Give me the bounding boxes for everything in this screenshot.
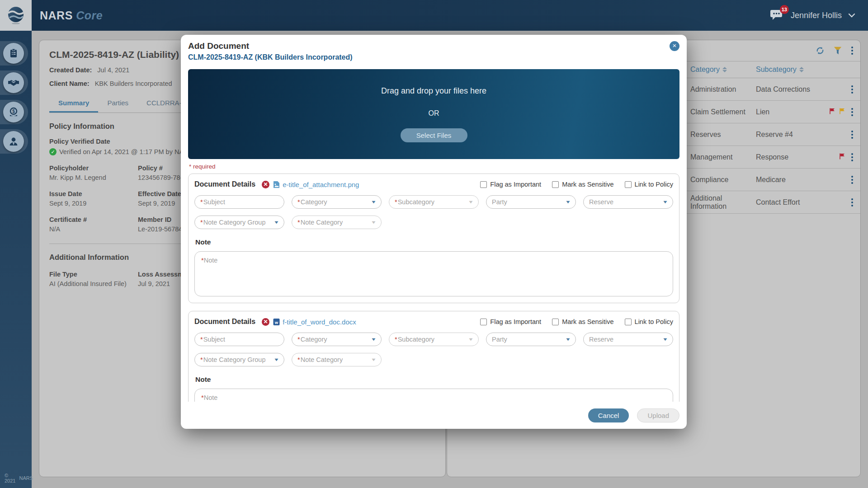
note-textarea[interactable]: *Note — [194, 251, 673, 296]
tab-summary[interactable]: Summary — [49, 95, 98, 113]
note-category-group-select[interactable]: *Note Category Group▼ — [194, 216, 284, 229]
tab-parties[interactable]: Parties — [98, 95, 137, 113]
table-row[interactable]: Reserves Reserve #4 — [685, 123, 860, 146]
row-category: Claim Settlement — [685, 108, 756, 116]
sidebar-item-contacts[interactable] — [0, 129, 28, 154]
table-row[interactable]: Compliance Medicare — [685, 169, 860, 191]
client-name-label: Client Name: — [49, 80, 90, 87]
sort-icon — [799, 67, 804, 72]
link-to-policy-checkbox[interactable]: Link to Policy — [625, 181, 673, 188]
row-kebab-menu-icon[interactable] — [850, 175, 854, 185]
party-select[interactable]: Party▼ — [486, 195, 576, 209]
subject-input[interactable]: *Subject — [194, 195, 284, 209]
required-note: * required — [189, 163, 679, 170]
close-icon[interactable]: × — [670, 41, 679, 51]
sidebar-item-parties[interactable] — [0, 70, 28, 95]
subcategory-select: *Subcategory▼ — [389, 333, 479, 346]
user-menu-chevron-icon[interactable] — [848, 13, 855, 18]
column-header-subcategory[interactable]: Subcategory — [756, 66, 804, 74]
mark-as-sensitive-checkbox[interactable]: Mark as Sensitive — [552, 181, 613, 188]
cancel-button[interactable]: Cancel — [588, 408, 629, 422]
checkbox-icon — [480, 181, 487, 188]
row-subcategory: Medicare — [756, 176, 846, 184]
document-details-heading: Document Details — [194, 318, 255, 326]
row-flags — [826, 108, 846, 117]
table-row[interactable]: Management Response — [685, 146, 860, 169]
mark-as-sensitive-checkbox[interactable]: Mark as Sensitive — [552, 318, 613, 325]
file-dropzone[interactable]: Drag and drop your files here OR Select … — [188, 69, 679, 159]
checkbox-icon — [552, 181, 559, 188]
panel-kebab-menu-icon[interactable] — [850, 46, 854, 56]
column-header-category[interactable]: Category — [685, 66, 756, 74]
remove-file-icon[interactable]: ✕ — [262, 318, 269, 326]
document-cards: Document Details ✕ e-title_of_attachment… — [188, 174, 679, 402]
chevron-down-icon: ▼ — [274, 220, 279, 225]
file-name-link[interactable]: e-title_of_attachment.png — [283, 181, 359, 188]
row-kebab-menu-icon[interactable] — [850, 197, 854, 207]
sidebar-item-financials[interactable]: $ — [0, 100, 28, 124]
chevron-down-icon: ▼ — [371, 337, 377, 342]
document-details-card: Document Details ✕ w f-title_of_word_doc… — [188, 311, 679, 402]
modal-footer: Cancel Upload — [181, 402, 687, 429]
chevron-down-icon: ▼ — [662, 337, 668, 342]
messages-button[interactable]: 13 — [770, 9, 785, 22]
note-heading: Note — [195, 375, 673, 384]
checkbox-icon — [480, 319, 487, 325]
documents-toolbar — [815, 46, 854, 56]
sort-icon — [722, 67, 727, 72]
row-subcategory: Response — [756, 153, 836, 161]
row-kebab-menu-icon[interactable] — [850, 107, 854, 117]
svg-text:$: $ — [12, 109, 15, 114]
chevron-down-icon: ▼ — [468, 337, 474, 342]
link-to-policy-checkbox[interactable]: Link to Policy — [625, 318, 673, 325]
modal-title: Add Document — [188, 41, 679, 51]
add-document-modal: Add Document CLM-2025-8419-AZ (KBK Build… — [181, 35, 687, 429]
document-details-heading: Document Details — [194, 180, 255, 188]
refresh-icon[interactable] — [815, 46, 825, 56]
footer-brand-text: NARS — [19, 475, 33, 481]
row-category: Reserves — [685, 131, 756, 139]
row-category: Management — [685, 153, 756, 161]
subject-input[interactable]: *Subject — [194, 333, 284, 346]
additional-field: File TypeAI (Additional Insured File) — [49, 271, 138, 287]
category-select[interactable]: *Category▼ — [292, 195, 382, 209]
checkbox-icon — [625, 181, 632, 188]
table-row[interactable]: Administration Data Corrections — [685, 78, 860, 101]
gold-flag-icon — [839, 108, 846, 115]
table-row[interactable]: Additional Information Contact Effort — [685, 191, 860, 214]
row-kebab-menu-icon[interactable] — [850, 152, 854, 162]
file-name-link[interactable]: f-title_of_word_doc.docx — [283, 318, 356, 326]
table-row[interactable]: Claim Settlement Lien — [685, 101, 860, 123]
file-type-icon — [273, 181, 280, 188]
row-kebab-menu-icon[interactable] — [850, 84, 854, 94]
note-category-group-select[interactable]: *Note Category Group▼ — [194, 353, 284, 366]
remove-file-icon[interactable]: ✕ — [262, 181, 269, 188]
user-name: Jennifer Hollis — [791, 11, 842, 20]
chevron-down-icon: ▼ — [565, 200, 571, 204]
policy-field: Certificate #N/A — [49, 216, 138, 233]
flag-as-important-checkbox[interactable]: Flag as Important — [480, 181, 541, 188]
row-subcategory: Contact Effort — [756, 198, 846, 206]
note-category-select: *Note Category▼ — [292, 216, 382, 229]
flag-as-important-checkbox[interactable]: Flag as Important — [480, 318, 541, 325]
party-select[interactable]: Party▼ — [486, 333, 576, 346]
reserve-select[interactable]: Reserve▼ — [583, 195, 673, 209]
row-kebab-menu-icon[interactable] — [850, 130, 854, 140]
sidebar-item-claims[interactable] — [0, 41, 28, 66]
dropzone-or-text: OR — [429, 109, 439, 117]
brand: NARS Core — [40, 9, 103, 22]
note-category-select: *Note Category▼ — [292, 353, 382, 366]
red-flag-icon — [839, 153, 846, 160]
checkbox-icon — [552, 319, 559, 325]
reserve-select[interactable]: Reserve▼ — [583, 333, 673, 346]
category-select[interactable]: *Category▼ — [292, 333, 382, 346]
chevron-down-icon: ▼ — [371, 220, 377, 225]
note-textarea[interactable]: *Note — [194, 389, 673, 402]
row-subcategory: Reserve #4 — [756, 131, 846, 139]
select-files-button[interactable]: Select Files — [401, 128, 467, 142]
sidebar: $ © 2021 NARS — [0, 31, 32, 488]
clipboard-icon — [8, 48, 19, 59]
filter-icon[interactable] — [833, 46, 842, 55]
subcategory-select: *Subcategory▼ — [389, 195, 479, 209]
documents-table-body: Administration Data Corrections Claim Se… — [685, 78, 860, 214]
